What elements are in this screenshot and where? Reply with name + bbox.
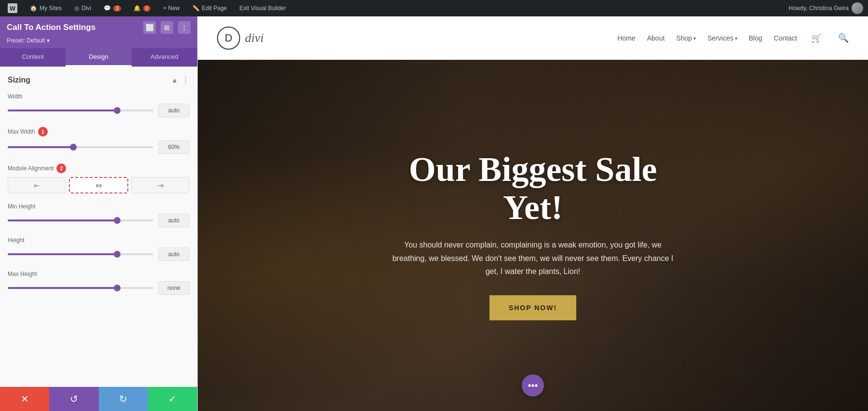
divi-item[interactable]: ◎ Divi xyxy=(71,0,94,16)
site-nav: D divi Home About Shop ▾ Services ▾ Blog… xyxy=(198,16,868,60)
hero-subtitle: You should never complain, complaining i… xyxy=(388,238,678,278)
height-value[interactable]: auto xyxy=(158,247,190,261)
save-button[interactable]: ✓ xyxy=(148,387,197,411)
undo-button[interactable]: ↺ xyxy=(49,387,98,411)
max-width-slider-fill xyxy=(8,146,73,148)
bubble-icon: 🔔 xyxy=(134,5,141,12)
align-right-button[interactable]: ⇥ xyxy=(131,177,190,193)
howdy-text: Howdy, Christina Gwira xyxy=(789,2,863,14)
comment-count: 3 xyxy=(113,5,121,12)
max-height-slider-thumb[interactable] xyxy=(114,285,121,291)
cancel-button[interactable]: ✕ xyxy=(0,387,49,411)
max-width-slider-thumb[interactable] xyxy=(70,144,77,151)
max-width-badge: 1 xyxy=(38,127,48,137)
wordpress-logo: W xyxy=(8,3,17,13)
min-height-label: Min Height xyxy=(8,203,190,210)
sizing-section-header: Sizing ▲ ⋮ xyxy=(8,75,190,84)
alignment-badge: 2 xyxy=(56,164,66,173)
width-slider-thumb[interactable] xyxy=(114,107,121,114)
layout-button[interactable]: ⊞ xyxy=(161,21,173,34)
min-height-slider-row: auto xyxy=(8,214,190,227)
bubbles-item[interactable]: 🔔 0 xyxy=(131,0,154,16)
panel-header-icons: ⬜ ⊞ ⋮ xyxy=(143,21,190,34)
more-options-button[interactable]: ⋮ xyxy=(178,21,190,34)
align-center-button[interactable]: ⇔ xyxy=(69,177,128,193)
hero-title: Our Biggest SaleYet! xyxy=(409,151,657,227)
site-preview: D divi Home About Shop ▾ Services ▾ Blog… xyxy=(198,16,868,411)
services-chevron: ▾ xyxy=(735,36,737,41)
tab-design[interactable]: Design xyxy=(66,48,131,67)
minimize-button[interactable]: ⬜ xyxy=(143,21,156,34)
max-width-slider-row: 60% xyxy=(8,140,190,154)
min-height-slider-fill xyxy=(8,219,117,221)
height-control: Height auto xyxy=(8,237,190,261)
height-slider-thumb[interactable] xyxy=(114,251,121,258)
nav-shop[interactable]: Shop ▾ xyxy=(676,34,696,42)
min-height-slider-thumb[interactable] xyxy=(114,217,121,224)
align-right-icon: ⇥ xyxy=(157,181,163,190)
action-bar: ✕ ↺ ↻ ✓ xyxy=(0,387,197,411)
max-height-label: Max Height xyxy=(8,271,190,277)
floating-btn-dots: ••• xyxy=(528,380,538,391)
tab-bar: Content Design Advanced xyxy=(0,48,197,67)
my-sites-label: My Sites xyxy=(40,5,62,12)
max-height-value[interactable]: none xyxy=(158,281,190,295)
section-more-icon[interactable]: ⋮ xyxy=(182,75,190,84)
max-width-control: Max Width 1 60% xyxy=(8,127,190,154)
wp-admin-icon[interactable]: W xyxy=(5,0,20,16)
redo-button[interactable]: ↻ xyxy=(99,387,148,411)
section-collapse-icon[interactable]: ▲ xyxy=(171,76,178,84)
tab-advanced[interactable]: Advanced xyxy=(132,48,197,67)
divi-logo-text: divi xyxy=(245,31,264,45)
max-width-slider-track[interactable] xyxy=(8,146,153,148)
exit-builder-item[interactable]: Exit Visual Builder xyxy=(237,0,289,16)
max-width-value[interactable]: 60% xyxy=(158,140,190,154)
logo-letter: D xyxy=(225,32,232,44)
hero-content: Our Biggest SaleYet! You should never co… xyxy=(198,60,868,411)
nav-about[interactable]: About xyxy=(647,34,665,42)
nav-contact[interactable]: Contact xyxy=(774,34,797,42)
floating-action-button[interactable]: ••• xyxy=(522,374,544,397)
comment-icon: 💬 xyxy=(104,5,111,12)
my-sites-item[interactable]: 🏠 My Sites xyxy=(27,0,65,16)
max-width-label: Max Width 1 xyxy=(8,127,190,137)
min-height-slider-track[interactable] xyxy=(8,219,153,221)
preset-label[interactable]: Preset: Default xyxy=(7,37,50,44)
panel-header-top: Call To Action Settings ⬜ ⊞ ⋮ xyxy=(7,21,190,34)
admin-bar-right: Howdy, Christina Gwira xyxy=(789,2,863,14)
nav-blog[interactable]: Blog xyxy=(749,34,762,42)
width-value[interactable]: auto xyxy=(158,104,190,117)
panel-header: Call To Action Settings ⬜ ⊞ ⋮ Preset: De… xyxy=(0,16,197,48)
height-slider-track[interactable] xyxy=(8,253,153,255)
width-label: Width xyxy=(8,93,190,100)
nav-home[interactable]: Home xyxy=(617,34,635,42)
search-icon[interactable]: 🔍 xyxy=(838,33,849,43)
tab-content[interactable]: Content xyxy=(0,48,66,67)
new-label: + New xyxy=(163,5,179,12)
divi-label: Divi xyxy=(81,5,91,12)
user-avatar[interactable] xyxy=(852,2,863,14)
alignment-buttons: ⇤ ⇔ ⇥ xyxy=(8,177,190,193)
house-icon: 🏠 xyxy=(30,5,37,12)
hero-section: Our Biggest SaleYet! You should never co… xyxy=(198,60,868,411)
exit-builder-label: Exit Visual Builder xyxy=(240,5,286,12)
cart-icon[interactable]: 🛒 xyxy=(811,33,822,43)
width-slider-row: auto xyxy=(8,104,190,117)
align-left-button[interactable]: ⇤ xyxy=(8,177,66,193)
nav-services[interactable]: Services ▾ xyxy=(707,34,737,42)
min-height-value[interactable]: auto xyxy=(158,214,190,227)
edit-page-item[interactable]: ✏️ Edit Page xyxy=(190,0,230,16)
module-alignment-label: Module Alignment 2 xyxy=(8,164,190,173)
width-slider-track[interactable] xyxy=(8,110,153,111)
panel-content: Sizing ▲ ⋮ Width auto xyxy=(0,67,197,387)
new-item[interactable]: + New xyxy=(160,0,182,16)
section-icons: ▲ ⋮ xyxy=(171,75,190,84)
admin-bar: W 🏠 My Sites ◎ Divi 💬 3 🔔 0 + New ✏️ Edi… xyxy=(0,0,868,16)
comments-item[interactable]: 💬 3 xyxy=(101,0,124,16)
admin-bar-left: W 🏠 My Sites ◎ Divi 💬 3 🔔 0 + New ✏️ Edi… xyxy=(5,0,289,16)
main-layout: Call To Action Settings ⬜ ⊞ ⋮ Preset: De… xyxy=(0,16,868,411)
align-left-icon: ⇤ xyxy=(34,181,40,190)
pencil-icon: ✏️ xyxy=(192,5,200,12)
max-height-slider-track[interactable] xyxy=(8,287,153,289)
shop-now-button[interactable]: SHOP NOW! xyxy=(489,295,576,320)
